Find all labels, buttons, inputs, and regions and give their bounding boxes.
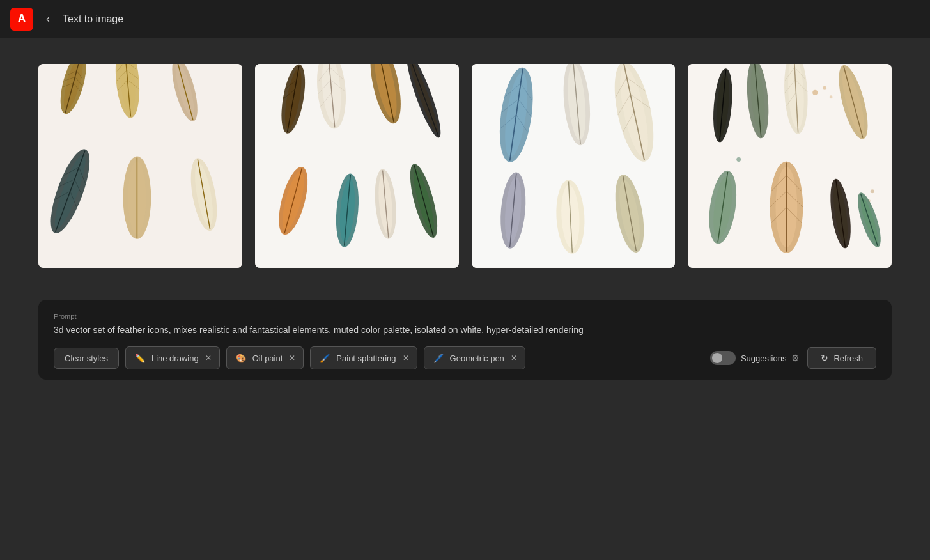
- clear-styles-button[interactable]: Clear styles: [54, 348, 119, 369]
- svg-point-103: [736, 157, 741, 162]
- prompt-text: 3d vector set of feather icons, mixes re…: [54, 324, 876, 337]
- image-card-1[interactable]: [38, 64, 242, 268]
- prompt-bar: Prompt 3d vector set of feather icons, m…: [38, 300, 892, 380]
- image-card-2[interactable]: [255, 64, 459, 268]
- back-button[interactable]: ‹: [41, 10, 55, 28]
- adobe-logo: A: [10, 8, 33, 31]
- prompt-controls: Clear styles ✏️ Line drawing ✕ 🎨 Oil pai…: [54, 346, 876, 369]
- refresh-icon: ↻: [821, 353, 828, 363]
- paint-splattering-close[interactable]: ✕: [403, 354, 409, 362]
- image-card-3[interactable]: [472, 64, 676, 268]
- svg-point-100: [812, 90, 818, 95]
- suggestions-settings-icon[interactable]: ⚙: [791, 353, 800, 363]
- suggestions-switch[interactable]: [710, 351, 736, 365]
- style-tag-geometric-pen[interactable]: 🖊️ Geometric pen ✕: [424, 346, 525, 369]
- main-content: Prompt 3d vector set of feather icons, m…: [0, 38, 930, 393]
- header: A ‹ Text to image: [0, 0, 930, 38]
- style-tag-line-drawing[interactable]: ✏️ Line drawing ✕: [125, 346, 220, 369]
- geometric-pen-close[interactable]: ✕: [511, 354, 517, 362]
- refresh-button[interactable]: ↻ Refresh: [807, 347, 876, 369]
- geometric-pen-icon: 🖊️: [432, 352, 445, 364]
- svg-point-104: [871, 189, 874, 193]
- svg-point-101: [823, 86, 826, 90]
- oil-paint-icon: 🎨: [235, 352, 247, 364]
- oil-paint-close[interactable]: ✕: [289, 354, 295, 362]
- image-grid: [38, 64, 892, 268]
- paint-splattering-icon: 🖌️: [318, 352, 331, 364]
- suggestions-label: Suggestions: [741, 354, 787, 363]
- controls-right: Suggestions ⚙ ↻ Refresh: [710, 347, 876, 369]
- style-tag-paint-splattering[interactable]: 🖌️ Paint splattering ✕: [310, 346, 417, 369]
- line-drawing-icon: ✏️: [134, 352, 146, 364]
- svg-point-102: [830, 95, 833, 98]
- prompt-label: Prompt: [54, 313, 876, 320]
- image-card-4[interactable]: [688, 64, 892, 268]
- style-tag-oil-paint[interactable]: 🎨 Oil paint ✕: [226, 346, 304, 369]
- page-title: Text to image: [63, 13, 123, 25]
- line-drawing-close[interactable]: ✕: [205, 354, 212, 362]
- suggestions-toggle: Suggestions ⚙: [710, 351, 800, 365]
